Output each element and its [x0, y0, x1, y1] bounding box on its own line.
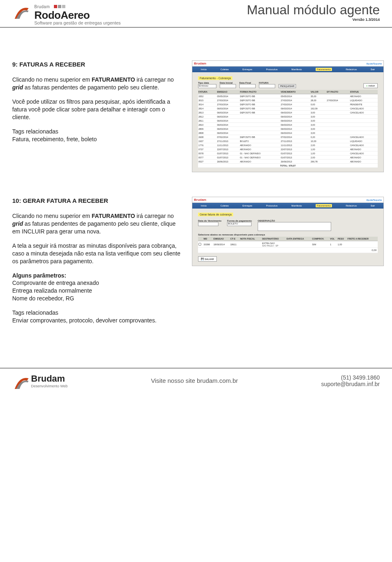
page-header: Brudam RodoAereo Software para gestão de… — [0, 0, 392, 28]
col-fatura: FATURA — [198, 90, 216, 94]
table-row[interactable]: 281306/03/2014DEPOSITO BB06/03/20143,00C… — [198, 111, 378, 115]
brand-title: RodoAereo — [34, 10, 121, 20]
col2-data entrega: DATA ENTREGA — [286, 237, 312, 241]
table-row[interactable]: 335205/05/2014DEPOSITO BB05/05/201435,00… — [198, 94, 378, 98]
ss1-total: TOTAL: 579,07 — [198, 164, 378, 168]
table-row[interactable]: 177611/11/2013ABONADO11/11/20132,00CANCE… — [198, 143, 378, 147]
brand-subtitle: Software para gestão de entregas urgente… — [34, 20, 121, 25]
footer-site: Visite nosso site brudam.com.br — [151, 377, 238, 384]
header-logo: Brudam RodoAereo Software para gestão de… — [12, 2, 121, 25]
table-row[interactable]: 280806/03/201406/03/20143,00 — [198, 131, 378, 135]
table-row[interactable]: 260807/02/2014DEPOSITO BB07/02/20140,20C… — [198, 135, 378, 139]
ss2-textarea-obs[interactable] — [258, 222, 331, 231]
ss2-lbl-venc: Data do Vencimento — [198, 220, 221, 222]
section-10-p1: Clicando no menu superior em FATURAMENTO… — [12, 212, 184, 235]
menu-item-coletas[interactable]: Coletas — [220, 204, 229, 207]
menu-item-faturamento[interactable]: Faturamento — [316, 204, 332, 207]
col-dt pagto: DT PAGTO — [326, 90, 350, 94]
section-9-title: 9: FATURAS A RECEBER — [12, 60, 184, 69]
table-row[interactable]: 281206/03/201406/03/20143,00 — [198, 115, 378, 119]
table-row[interactable]: 301427/03/2014DEPOSITO BB27/03/20140,00P… — [198, 102, 378, 107]
col2-md: MD — [203, 237, 213, 241]
menu-item-relatórios[interactable]: Relatórios — [346, 204, 357, 207]
ss1-input-di[interactable] — [220, 84, 236, 88]
table-row[interactable]: 280906/03/201406/03/20143,00 — [198, 127, 378, 131]
col-valor: VALOR — [310, 90, 327, 94]
ss1-select-tipo[interactable]: Emissao — [198, 84, 216, 88]
brudam-logo-icon — [12, 373, 29, 389]
menu-item-manifesto[interactable]: Manifesto — [291, 68, 302, 71]
table-row[interactable]: 281006/03/201406/03/20143,00 — [198, 123, 378, 127]
ss1-pesquisar-button[interactable]: PESQUISAR — [278, 84, 296, 88]
menu-item-protocolos[interactable]: Protocolos — [266, 204, 277, 207]
ss2-select-forma[interactable]: BOLETO — [227, 222, 252, 226]
ss2-brand: Brudam — [194, 198, 206, 202]
ss1-panel-title: Faturamento - Cobrança — [198, 76, 232, 80]
ss1-menubar: InícioColetasEntregasProtocolosManifesto… — [192, 67, 383, 72]
menu-item-sair[interactable]: Sair — [370, 204, 375, 207]
footer-contact: (51) 3499.1860 suporte@brudam.inf.br — [321, 374, 380, 387]
ss1-incluir-button[interactable]: +incluir — [363, 83, 378, 88]
menu-item-relatórios[interactable]: Relatórios — [346, 68, 357, 71]
section-10-p2: A tela a seguir irá mostrar as minutas d… — [12, 242, 184, 265]
col2-frete a receber: FRETE A RECEBER — [347, 237, 378, 241]
col2-chk — [198, 237, 203, 241]
section-10-params: Alguns parâmetros:Comprovante de entrega… — [12, 272, 184, 303]
manual-title: Manual módulo agente — [247, 2, 380, 18]
col2-vol: VOL — [330, 237, 337, 241]
screenshot-gerar-fatura: Brudam Ajuda/Suporte InícioColetasEntreg… — [192, 197, 384, 266]
menu-item-entregas[interactable]: Entregas — [243, 204, 252, 207]
screenshot-faturamento-cobranca: Brudam Ajuda/Suporte InícioColetasEntreg… — [192, 60, 384, 172]
table-row[interactable]: 193727/11/2013BOLETO27/11/201310,00LIQUI… — [198, 139, 378, 143]
menu-item-entregas[interactable]: Entregas — [243, 68, 252, 71]
footer-brand-sub: Desenvolvimento Web — [31, 384, 68, 388]
ss2-lbl-forma: Forma de pagamento — [227, 220, 252, 222]
section-9-tags: Tags relacionadasFatura, recebimento, fr… — [12, 128, 184, 143]
ss2-total: 0,00 — [198, 248, 378, 253]
col-vencimento: VENCIMENTO — [281, 90, 310, 94]
section-9: 9: FATURAS A RECEBER Clicando no menu su… — [12, 60, 380, 172]
section-9-p1: Clicando no menu superior em FATURAMENTO… — [12, 76, 184, 91]
ss2-panel-title: Gerar fatura de cobrança — [198, 213, 233, 216]
col2-peso: PESO — [337, 237, 347, 241]
table-row[interactable]: 301527/03/2014DEPOSITO BB27/03/201428,00… — [198, 98, 378, 102]
brand-squares-icon — [54, 5, 65, 8]
menu-item-coletas[interactable]: Coletas — [220, 68, 229, 71]
table-row[interactable]: 073722/07/2013ABONADO22/07/20131,00ABONA… — [198, 147, 378, 151]
manual-version: Versão 1.3/2014 — [247, 18, 380, 22]
col-forma pagto: FORMA PAGTO — [239, 90, 280, 94]
table-row[interactable]: 281106/03/201406/03/20143,00 — [198, 119, 378, 123]
ss1-help-link[interactable]: Ajuda/Suporte — [366, 62, 382, 65]
footer-logo: Brudam Desenvolvimento Web — [12, 373, 68, 389]
row-checkbox[interactable] — [198, 243, 201, 246]
col2-destinatário: DESTINATÁRIO — [262, 237, 286, 241]
table-row[interactable]: 281406/03/2014DEPOSITO BB06/03/2014192,0… — [198, 107, 378, 111]
menu-item-sair[interactable]: Sair — [370, 68, 375, 71]
disk-icon: 💾 — [201, 258, 204, 260]
brand-small: Brudam — [34, 4, 50, 9]
menu-item-manifesto[interactable]: Manifesto — [291, 204, 302, 207]
ss2-input-venc[interactable] — [198, 222, 218, 226]
menu-item-início[interactable]: Início — [201, 68, 207, 71]
ss1-input-fat[interactable] — [259, 84, 275, 88]
col2-nota fiscal: NOTA FISCAL — [240, 237, 262, 241]
menu-item-protocolos[interactable]: Protocolos — [266, 68, 277, 71]
table-row[interactable]: 057801/07/201301 - NAO DEFINIDO01/07/201… — [198, 151, 378, 155]
col-emissao: EMISSAO — [216, 90, 239, 94]
col-status: STATUS — [350, 90, 378, 94]
col2-comprov.: COMPROV. — [312, 237, 330, 241]
ss1-input-df[interactable] — [239, 84, 256, 88]
section-10: 10: GERAR FATURA A RECEBER Clicando no m… — [12, 197, 380, 331]
page-footer: Brudam Desenvolvimento Web Visite nosso … — [0, 368, 392, 397]
table-row[interactable]: 3039818/06/201418611EXTRA SAOSAO PAULO -… — [198, 241, 378, 248]
ss2-help-link[interactable]: Ajuda/Suporte — [366, 199, 382, 201]
ss2-selecione-label: Selecione abaixo as remessas disponíveis… — [198, 233, 378, 236]
menu-item-faturamento[interactable]: Faturamento — [316, 68, 332, 71]
section-10-title: 10: GERAR FATURA A RECEBER — [12, 197, 184, 205]
table-row[interactable]: 052726/06/2013ABONADO26/06/2013290,78ABO… — [198, 160, 378, 164]
table-row[interactable]: 057701/07/201301 - NAO DEFINIDO01/07/201… — [198, 155, 378, 160]
ss2-salvar-button[interactable]: 💾SALVAR — [198, 256, 217, 262]
footer-email: suporte@brudam.inf.br — [321, 381, 380, 387]
col2-ct-e: CT-E — [230, 237, 240, 241]
menu-item-início[interactable]: Início — [201, 204, 207, 207]
